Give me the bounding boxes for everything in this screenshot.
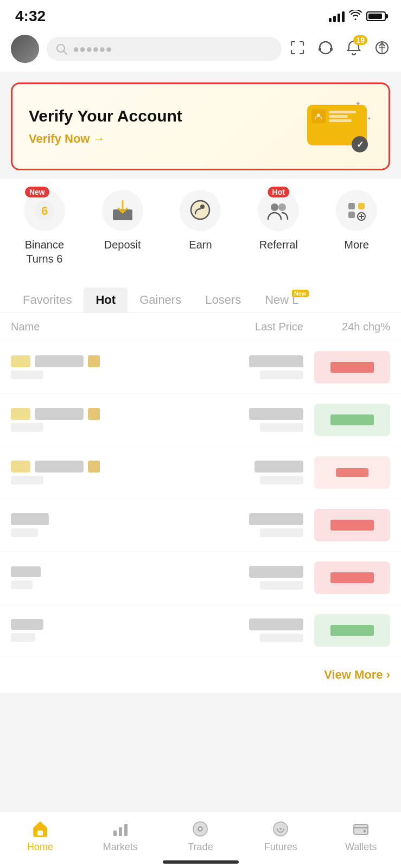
svg-point-21 [199,828,201,830]
home-icon [31,820,49,838]
quick-label-referral: Referral [259,238,298,252]
hot-badge: Hot [268,187,289,197]
svg-rect-24 [354,825,368,834]
verify-illustration: ✦ ✦ ✓ [302,99,372,154]
svg-rect-12 [358,203,365,209]
signal-icon [329,10,345,22]
futures-icon [271,820,290,838]
referral-icon-wrap: Hot [258,190,299,231]
svg-rect-16 [113,831,117,836]
nav-wallets-label: Wallets [345,841,377,853]
table-row[interactable] [0,394,401,446]
svg-rect-17 [119,827,122,836]
more-icon [344,199,369,222]
nav-futures[interactable]: Futures [253,820,308,853]
status-bar: 4:32 [0,0,401,29]
price-col [206,355,303,379]
sparkle-icon-2: ✦ [367,116,371,122]
home-indicator [163,860,239,864]
verify-title: Verify Your Account [29,107,182,125]
binance-turns6-icon: 6 [33,199,56,222]
chg-col [303,561,390,594]
coin-info [11,355,206,379]
nav-trade[interactable]: Trade [173,820,227,853]
svg-point-9 [271,203,278,211]
deposit-icon [110,199,135,222]
tab-new-listings[interactable]: New L New [253,288,310,312]
price-col [206,408,303,432]
quick-item-deposit[interactable]: Deposit [90,190,155,252]
market-tabs: Favorites Hot Gainers Losers New L New [0,279,401,313]
quick-item-earn[interactable]: Earn [168,190,233,252]
nav-futures-label: Futures [264,841,297,853]
tab-gainers[interactable]: Gainers [128,288,193,312]
price-col [206,461,303,484]
chg-col [303,614,390,647]
avatar[interactable] [11,35,39,63]
market-table [0,341,401,657]
nav-home[interactable]: Home [13,820,67,853]
table-row[interactable] [0,341,401,394]
verify-cta[interactable]: Verify Now → [29,132,105,145]
notifications-button[interactable]: 19 [346,40,362,58]
table-row[interactable] [0,604,401,657]
svg-rect-25 [354,827,368,828]
referral-icon [266,200,291,221]
verify-text: Verify Your Account Verify Now → [29,107,182,146]
earn-icon [188,199,213,222]
coin-info [11,461,206,484]
quick-item-more[interactable]: More [324,190,389,252]
nav-home-label: Home [27,841,53,853]
svg-point-23 [279,828,282,830]
chg-col [303,351,390,384]
tab-favorites[interactable]: Favorites [11,288,84,312]
fullscreen-button[interactable] [289,40,305,58]
new-badge: New [25,187,49,197]
verify-banner[interactable]: Verify Your Account Verify Now → ✦ ✦ [11,82,390,170]
quick-label-binance: BinanceTurns 6 [25,238,64,266]
nav-trade-label: Trade [188,841,213,853]
search-placeholder-text: ●●●●●● [73,43,112,55]
coin-info [11,619,206,642]
tab-hot[interactable]: Hot [84,288,128,312]
view-more-button[interactable]: View More › [324,668,390,681]
markets-icon [111,820,130,838]
rewards-button[interactable] [374,40,390,58]
table-row[interactable] [0,499,401,552]
new-listing-badge: New [292,290,309,297]
price-col [206,513,303,537]
binance-icon-wrap: New 6 [24,190,65,231]
trade-icon [191,820,209,838]
search-icon [55,43,67,55]
earn-icon-wrap [180,190,221,231]
svg-line-1 [64,52,67,55]
nav-markets[interactable]: Markets [93,820,148,853]
price-col [206,566,303,590]
support-button[interactable] [317,40,334,58]
wifi-icon [349,10,362,23]
header-price: Last Price [206,321,303,333]
svg-point-26 [364,830,366,833]
gift-icon [374,40,390,56]
table-header: Name Last Price 24h chg% [0,313,401,341]
table-row[interactable] [0,552,401,604]
deposit-icon-wrap [102,190,143,231]
nav-icons: 19 [289,40,390,58]
header-name: Name [11,321,206,333]
bottom-nav: Home Markets Trade Futures Wallets [0,812,401,868]
svg-rect-11 [348,203,355,209]
top-nav: ●●●●●● 19 [0,29,401,72]
svg-rect-13 [348,212,355,218]
chg-col [303,404,390,436]
nav-wallets[interactable]: Wallets [334,820,388,853]
quick-item-binance[interactable]: New 6 BinanceTurns 6 [12,190,77,266]
coin-info [11,513,206,537]
quick-label-deposit: Deposit [104,238,141,252]
table-row[interactable] [0,446,401,499]
quick-item-referral[interactable]: Hot Referral [246,190,311,252]
tab-losers[interactable]: Losers [193,288,253,312]
chg-col [303,509,390,541]
svg-point-10 [278,203,286,211]
svg-text:6: 6 [41,204,48,218]
search-bar[interactable]: ●●●●●● [47,37,282,61]
